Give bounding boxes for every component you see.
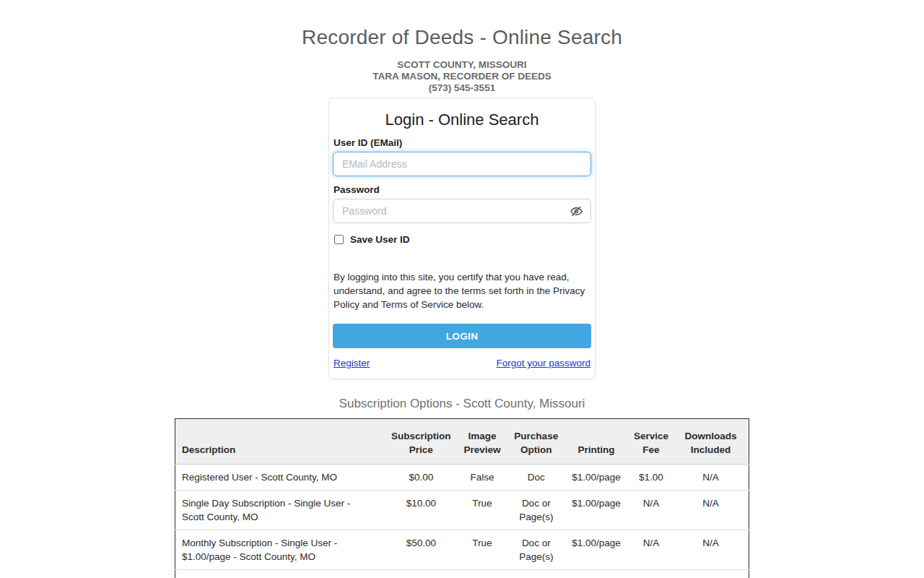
cell-printing: $1.00/page — [563, 530, 629, 570]
login-title: Login - Online Search — [333, 111, 591, 129]
cell-service-fee: N/A — [629, 570, 673, 578]
save-user-id-label: Save User ID — [350, 234, 410, 245]
cell-purchase-option: Doc or Page(s) — [509, 530, 563, 570]
table-row: Registered User - Scott County, MO $0.00… — [175, 465, 749, 491]
cell-image-preview: True — [456, 570, 510, 578]
cell-downloads-included: N/A — [673, 570, 749, 578]
page-title: Recorder of Deeds - Online Search — [0, 26, 924, 49]
cell-description: Single Day Subscription - Single User - … — [175, 491, 388, 530]
cell-image-preview: True — [456, 530, 510, 570]
recorder-line: TARA MASON, RECORDER OF DEEDS — [0, 71, 924, 82]
cell-purchase-option: Doc or Page(s) — [509, 570, 563, 578]
cell-service-fee: N/A — [629, 491, 673, 530]
office-subheader: SCOTT COUNTY, MISSOURI TARA MASON, RECOR… — [0, 59, 924, 94]
cell-image-preview: False — [456, 465, 510, 491]
col-header-purchase-option: Purchase Option — [509, 419, 563, 465]
cell-printing: $1.00/page — [563, 491, 629, 530]
subscription-table-wrap: Description Subscription Price Image Pre… — [175, 418, 749, 578]
table-row: Monthly Subscription - Single User - $1.… — [175, 530, 749, 570]
cell-description: Registered User - Scott County, MO — [175, 465, 388, 491]
cell-image-preview: True — [456, 491, 510, 530]
cell-service-fee: N/A — [629, 530, 673, 570]
cell-downloads-included: N/A — [673, 491, 749, 530]
table-row: Monthly Subscription - Sharable - $0.75/… — [175, 570, 749, 578]
subscription-table: Description Subscription Price Image Pre… — [175, 418, 749, 578]
cell-description: Monthly Subscription - Single User - $1.… — [175, 530, 388, 570]
phone-line: (573) 545-3551 — [0, 82, 924, 94]
save-user-id-checkbox[interactable] — [334, 235, 344, 244]
cell-purchase-option: Doc or Page(s) — [509, 491, 563, 530]
password-label: Password — [334, 184, 591, 195]
terms-notice: By logging into this site, you certify t… — [333, 270, 591, 311]
password-field[interactable] — [333, 199, 591, 223]
cell-subscription-price: $150.00 — [387, 570, 456, 578]
login-links-row: Register Forgot your password — [333, 358, 591, 368]
cell-purchase-option: Doc — [509, 465, 563, 491]
login-card: Login - Online Search User ID (EMail) Pa… — [328, 98, 596, 379]
col-header-subscription-price: Subscription Price — [387, 419, 456, 465]
county-line: SCOTT COUNTY, MISSOURI — [0, 59, 924, 71]
table-row: Single Day Subscription - Single User - … — [175, 491, 749, 530]
subscription-options-heading: Subscription Options - Scott County, Mis… — [0, 397, 924, 411]
cell-printing: $0.75/page — [563, 570, 629, 578]
cell-service-fee: $1.00 — [629, 465, 673, 491]
email-field[interactable] — [333, 152, 591, 176]
cell-downloads-included: N/A — [673, 530, 749, 570]
forgot-password-link[interactable]: Forgot your password — [496, 358, 590, 368]
save-user-id-row: Save User ID — [334, 234, 591, 245]
col-header-printing: Printing — [563, 419, 629, 465]
cell-printing: $1.00/page — [563, 465, 629, 491]
table-header-row: Description Subscription Price Image Pre… — [175, 419, 749, 465]
eye-slash-icon[interactable] — [570, 204, 583, 218]
cell-subscription-price: $50.00 — [387, 530, 456, 570]
col-header-downloads-included: Downloads Included — [673, 419, 749, 465]
col-header-service-fee: Service Fee — [629, 419, 673, 465]
cell-subscription-price: $10.00 — [387, 491, 456, 530]
page: Recorder of Deeds - Online Search SCOTT … — [0, 0, 924, 578]
user-id-label: User ID (EMail) — [334, 137, 591, 148]
register-link[interactable]: Register — [334, 358, 370, 368]
password-field-wrap — [333, 199, 591, 223]
cell-subscription-price: $0.00 — [387, 465, 456, 491]
col-header-image-preview: Image Preview — [456, 419, 510, 465]
col-header-description: Description — [175, 419, 388, 465]
cell-downloads-included: N/A — [673, 465, 749, 491]
login-button[interactable]: LOGIN — [333, 324, 591, 348]
cell-description: Monthly Subscription - Sharable - $0.75/… — [175, 570, 388, 578]
